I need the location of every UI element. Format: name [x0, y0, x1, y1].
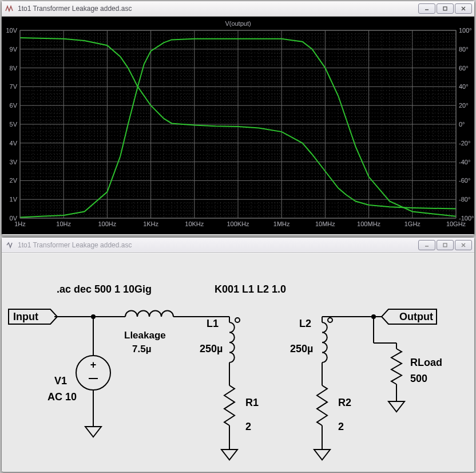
y-right-tick: 80° [459, 46, 469, 53]
schematic-text: 7.5µ [132, 344, 151, 354]
window-buttons [418, 240, 472, 250]
y-left-tick: 4V [10, 140, 18, 147]
x-tick: 1GHz [404, 220, 421, 227]
schematic-text: R2 [338, 397, 351, 408]
svg-rect-1 [443, 7, 447, 10]
y-left-tick: 3V [10, 159, 18, 165]
y-right-tick: 0° [459, 121, 465, 128]
y-right-tick: 40° [459, 83, 469, 90]
schematic-text: RLoad [410, 357, 442, 368]
x-tick: 100MHz [357, 220, 380, 227]
schematic-text: 250µ [290, 343, 313, 354]
plot-window: 1to1 Transformer Leakage added.asc 1Hz10… [1, 1, 475, 236]
plot-area[interactable]: 1Hz10Hz100Hz1KHz10KHz100KHz1MHz10MHz100M… [2, 17, 474, 234]
schematic-text: 250µ [200, 343, 223, 354]
schematic-text: L1 [207, 318, 219, 329]
y-right-tick: -40° [459, 159, 470, 165]
y-right-tick: 100° [459, 27, 472, 34]
x-tick: 10KHz [185, 220, 204, 227]
window-buttons [418, 3, 472, 14]
x-tick: 100KHz [227, 220, 249, 227]
net-label: Input [9, 309, 57, 324]
svg-point-168 [328, 318, 332, 322]
schematic-text: 2 [338, 421, 344, 432]
x-tick: 100Hz [98, 220, 117, 227]
svg-text:Input: Input [13, 311, 38, 322]
schematic-text: 2 [245, 421, 251, 432]
schematic-text: K001 L1 L2 1.0 [215, 283, 286, 295]
y-right-tick: 60° [459, 65, 469, 72]
y-left-tick: 2V [10, 177, 18, 184]
plot-titlebar[interactable]: 1to1 Transformer Leakage added.asc [2, 1, 474, 17]
schematic-text: R1 [245, 397, 259, 408]
svg-text:Output: Output [399, 311, 433, 322]
schematic-titlebar[interactable]: 1to1 Transformer Leakage added.asc [2, 238, 474, 253]
y-left-tick: 6V [10, 102, 18, 109]
trace-legend: V(output) [225, 20, 251, 27]
x-tick: 1KHz [143, 220, 158, 227]
net-label: Output [382, 309, 437, 324]
schematic-area[interactable]: .ac dec 500 1 10GigK001 L1 L2 1.0Input+V… [2, 253, 474, 471]
schematic-canvas: .ac dec 500 1 10GigK001 L1 L2 1.0Input+V… [2, 254, 474, 471]
plot-title: 1to1 Transformer Leakage added.asc [18, 5, 418, 13]
y-right-tick: -60° [459, 177, 470, 184]
y-left-tick: 1V [10, 196, 18, 203]
y-left-tick: 5V [10, 121, 18, 128]
x-tick: 10MHz [315, 220, 335, 227]
plot-canvas: 1Hz10Hz100Hz1KHz10KHz100KHz1MHz10MHz100M… [2, 17, 474, 234]
y-right-tick: -80° [459, 196, 470, 203]
x-tick: 1MHz [273, 220, 290, 227]
y-right-tick: -100° [459, 215, 474, 222]
minimize-button[interactable] [418, 3, 435, 14]
svg-text:+: + [90, 359, 97, 370]
close-button[interactable] [455, 3, 472, 14]
y-right-tick: 20° [459, 102, 469, 109]
y-left-tick: 8V [10, 65, 18, 72]
y-left-tick: 7V [10, 83, 18, 90]
y-right-tick: -20° [459, 140, 470, 147]
app-icon [5, 4, 14, 13]
schematic-text: L2 [299, 318, 311, 329]
svg-point-163 [235, 318, 240, 322]
y-left-tick: 10V [6, 27, 17, 34]
schematic-window: 1to1 Transformer Leakage added.asc .ac d… [1, 237, 475, 472]
close-button[interactable] [455, 240, 472, 250]
minimize-button[interactable] [418, 240, 435, 250]
y-left-tick: 0V [10, 215, 18, 222]
maximize-button[interactable] [437, 3, 454, 14]
schematic-title: 1to1 Transformer Leakage added.asc [18, 241, 418, 249]
app-icon [5, 241, 14, 250]
x-tick: 10Hz [56, 220, 71, 227]
svg-rect-148 [443, 243, 447, 247]
schematic-text: 500 [410, 373, 427, 384]
maximize-button[interactable] [437, 240, 454, 250]
schematic-text: .ac dec 500 1 10Gig [57, 283, 152, 295]
y-left-tick: 9V [10, 46, 18, 53]
schematic-text: V1 [54, 375, 67, 387]
schematic-text: AC 10 [47, 391, 77, 403]
schematic-text: Lleakage [124, 330, 166, 341]
